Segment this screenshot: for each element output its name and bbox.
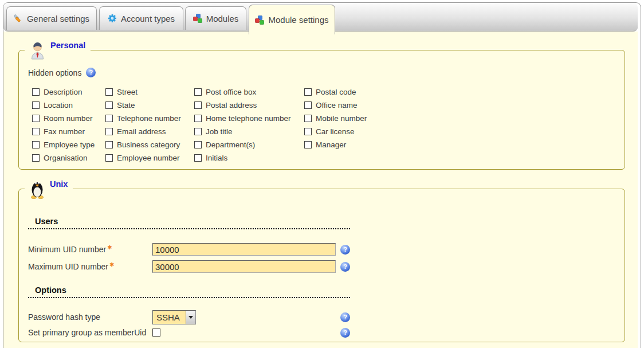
option-room-number: Room number	[32, 114, 105, 123]
option-initials: Initials	[194, 154, 304, 162]
option-telephone-number: Telephone number	[105, 114, 194, 123]
checkbox[interactable]	[32, 154, 40, 162]
help-icon[interactable]: ?	[340, 312, 350, 322]
memberuid-label: Set primary group as memberUid	[28, 328, 152, 337]
unix-fieldset: Unix Users Minimum UID number✱ ? Maximum…	[18, 189, 625, 342]
checkbox[interactable]	[32, 128, 40, 135]
option-manager: Manager	[304, 140, 367, 149]
required-star-icon: ✱	[107, 244, 112, 251]
checkbox[interactable]	[194, 141, 202, 148]
checkbox[interactable]	[105, 115, 113, 122]
field-label: Minimum UID number	[28, 245, 106, 254]
option-departments: Department(s)	[194, 140, 304, 149]
memberuid-checkbox[interactable]	[152, 329, 160, 337]
checkbox[interactable]	[32, 141, 40, 148]
tab-label: General settings	[27, 14, 89, 24]
option-postal-address: Postal address	[194, 101, 304, 110]
tab-label: Modules	[206, 14, 239, 24]
checkbox[interactable]	[304, 88, 312, 96]
tab-account-types[interactable]: Account types	[99, 6, 183, 30]
option-post-office-box: Post office box	[194, 88, 304, 96]
memberuid-row: Set primary group as memberUid ?	[28, 325, 350, 340]
checkbox[interactable]	[105, 154, 113, 162]
tux-icon	[30, 179, 45, 199]
checkbox[interactable]	[32, 101, 40, 109]
personal-title: Personal	[50, 41, 85, 50]
checkbox[interactable]	[194, 115, 202, 122]
help-icon[interactable]: ?	[340, 262, 350, 272]
module-settings-panel: Personal Hidden options ? Description St…	[3, 32, 638, 348]
checkbox[interactable]	[194, 101, 202, 109]
wrench-icon	[14, 14, 23, 23]
options-section-header: Options	[28, 286, 350, 298]
selected-value: SSHA	[153, 312, 186, 322]
options-section-title: Options	[35, 286, 66, 295]
option-car-license: Car license	[304, 127, 367, 136]
option-home-telephone-number: Home telephone number	[194, 114, 304, 123]
option-office-name: Office name	[304, 101, 367, 110]
option-description: Description	[32, 88, 105, 96]
tab-label: Account types	[121, 14, 175, 24]
help-icon[interactable]: ?	[340, 328, 350, 338]
help-icon[interactable]: ?	[86, 68, 96, 77]
checkbox[interactable]	[105, 141, 113, 148]
personal-fieldset: Personal Hidden options ? Description St…	[18, 50, 625, 170]
hidden-options-label: Hidden options	[28, 68, 81, 77]
max-uid-label: Maximum UID number✱	[28, 262, 152, 271]
option-job-title: Job title	[194, 127, 304, 136]
option-fax-number: Fax number	[32, 127, 105, 136]
max-uid-control	[152, 260, 340, 273]
option-location: Location	[32, 101, 105, 110]
checkbox[interactable]	[32, 115, 40, 122]
option-business-category: Business category	[105, 140, 194, 149]
chevron-down-icon	[189, 316, 193, 319]
dropdown-button[interactable]	[186, 311, 195, 324]
password-hash-label: Password hash type	[28, 312, 152, 322]
modules-icon	[193, 14, 202, 23]
checkbox[interactable]	[304, 115, 312, 122]
password-hash-select[interactable]: SSHA	[152, 310, 196, 324]
checkbox[interactable]	[194, 154, 202, 162]
option-state: State	[105, 101, 194, 110]
unix-legend: Unix	[25, 178, 73, 201]
tab-modules[interactable]: Modules	[185, 6, 246, 30]
settings-window: General settings Account types Modules	[3, 2, 641, 348]
user-icon	[30, 41, 45, 60]
max-uid-row: Maximum UID number✱ ?	[28, 259, 350, 274]
password-hash-control: SSHA	[152, 310, 340, 324]
unix-title: Unix	[50, 179, 68, 189]
checkbox[interactable]	[105, 128, 113, 135]
modules-icon	[255, 15, 264, 25]
password-hash-row: Password hash type SSHA ?	[28, 310, 350, 324]
option-employee-number: Employee number	[105, 154, 194, 162]
tab-label: Module settings	[268, 15, 328, 25]
option-employee-type: Employee type	[32, 140, 105, 149]
max-uid-input[interactable]	[152, 260, 336, 273]
checkbox[interactable]	[304, 141, 312, 148]
option-postal-code: Postal code	[304, 88, 367, 96]
hidden-options-row: Hidden options ?	[28, 68, 96, 77]
help-icon[interactable]: ?	[340, 245, 350, 255]
min-uid-control	[152, 243, 340, 256]
tab-bar: General settings Account types Modules	[3, 3, 638, 32]
checkbox[interactable]	[194, 128, 202, 135]
min-uid-input[interactable]	[152, 243, 336, 256]
min-uid-row: Minimum UID number✱ ?	[28, 242, 350, 257]
users-section-header: Users	[28, 217, 350, 229]
checkbox[interactable]	[105, 101, 113, 109]
users-section-title: Users	[35, 217, 58, 226]
option-email-address: Email address	[105, 127, 194, 136]
checkbox[interactable]	[304, 128, 312, 135]
gear-icon	[108, 14, 117, 23]
checkbox[interactable]	[304, 101, 312, 109]
checkbox[interactable]	[32, 88, 40, 96]
tab-general-settings[interactable]: General settings	[6, 6, 97, 30]
checkbox[interactable]	[194, 88, 202, 96]
personal-legend: Personal	[25, 39, 91, 62]
checkbox[interactable]	[105, 88, 113, 96]
tab-module-settings[interactable]: Module settings	[249, 5, 335, 34]
required-star-icon: ✱	[109, 261, 114, 268]
min-uid-label: Minimum UID number✱	[28, 245, 152, 254]
option-street: Street	[105, 88, 194, 96]
hidden-options-grid: Description Street Post office box Posta…	[32, 85, 367, 165]
